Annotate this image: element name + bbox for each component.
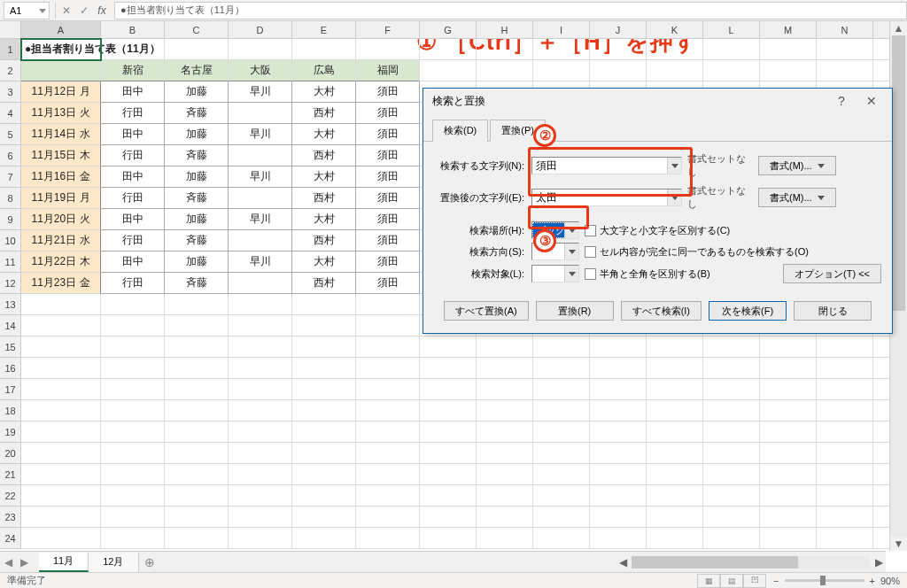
cell-F22[interactable] bbox=[356, 485, 420, 507]
cell-D10[interactable] bbox=[229, 230, 292, 251]
cell-I21[interactable] bbox=[533, 464, 590, 485]
cell-H24[interactable] bbox=[477, 528, 533, 549]
within-dropdown-icon[interactable] bbox=[564, 222, 578, 238]
row-header-8[interactable]: 8 bbox=[0, 188, 21, 209]
find-all-button[interactable]: すべて検索(I) bbox=[621, 301, 702, 321]
cell-F14[interactable] bbox=[356, 315, 420, 337]
cell-K22[interactable] bbox=[647, 485, 703, 507]
cell-M1[interactable] bbox=[760, 39, 817, 60]
cell-L2[interactable] bbox=[703, 60, 760, 81]
cell-G16[interactable] bbox=[420, 358, 477, 379]
cell-B17[interactable] bbox=[101, 379, 165, 400]
cell-K18[interactable] bbox=[647, 400, 703, 422]
cell-G21[interactable] bbox=[420, 464, 477, 485]
cell-A19[interactable] bbox=[21, 422, 101, 443]
cell-J21[interactable] bbox=[590, 464, 647, 485]
cell-B20[interactable] bbox=[101, 443, 165, 464]
cell-D11[interactable]: 早川 bbox=[229, 251, 292, 273]
zoom-out-icon[interactable]: − bbox=[773, 576, 779, 586]
cell-E9[interactable]: 大村 bbox=[292, 209, 356, 230]
cell-E1[interactable] bbox=[292, 39, 356, 60]
row-header-5[interactable]: 5 bbox=[0, 124, 21, 145]
cell-A8[interactable]: 11月19日 月 bbox=[21, 188, 101, 209]
cell-F21[interactable] bbox=[356, 464, 420, 485]
formula-input[interactable]: ●担当者割り当て表（11月） bbox=[114, 2, 907, 19]
cell-F17[interactable] bbox=[356, 379, 420, 400]
cell-F2[interactable]: 福岡 bbox=[356, 60, 420, 81]
cell-F20[interactable] bbox=[356, 443, 420, 464]
cell-C1[interactable] bbox=[165, 39, 229, 60]
cell-K15[interactable] bbox=[647, 337, 703, 358]
cell-A3[interactable]: 11月12日 月 bbox=[21, 81, 101, 103]
cell-K16[interactable] bbox=[647, 358, 703, 379]
match-width-checkbox[interactable]: 半角と全角を区別する(B) bbox=[585, 267, 710, 281]
cell-L19[interactable] bbox=[703, 422, 760, 443]
find-input[interactable]: 須田 bbox=[531, 157, 682, 174]
view-buttons[interactable]: ▦ ▤ 凹 bbox=[697, 574, 766, 588]
cell-A15[interactable] bbox=[21, 337, 101, 358]
cell-M23[interactable] bbox=[760, 507, 817, 528]
col-header-E[interactable]: E bbox=[292, 21, 356, 39]
find-next-button[interactable]: 次を検索(F) bbox=[709, 301, 787, 321]
cell-G18[interactable] bbox=[420, 400, 477, 422]
cell-K19[interactable] bbox=[647, 422, 703, 443]
cell-A20[interactable] bbox=[21, 443, 101, 464]
row-header-21[interactable]: 21 bbox=[0, 464, 21, 485]
cell-D24[interactable] bbox=[229, 528, 292, 549]
cell-M17[interactable] bbox=[760, 379, 817, 400]
close-button[interactable]: 閉じる bbox=[794, 301, 872, 321]
cell-A10[interactable]: 11月21日 水 bbox=[21, 230, 101, 251]
cell-F7[interactable]: 須田 bbox=[356, 166, 420, 188]
cell-F19[interactable] bbox=[356, 422, 420, 443]
cell-B13[interactable] bbox=[101, 294, 165, 315]
cell-B11[interactable]: 田中 bbox=[101, 251, 165, 273]
dialog-titlebar[interactable]: 検索と置換 ? ✕ bbox=[423, 89, 892, 113]
cell-L1[interactable] bbox=[703, 39, 760, 60]
cell-I18[interactable] bbox=[533, 400, 590, 422]
cell-J20[interactable] bbox=[590, 443, 647, 464]
cell-L22[interactable] bbox=[703, 485, 760, 507]
cell-C20[interactable] bbox=[165, 443, 229, 464]
cell-G23[interactable] bbox=[420, 507, 477, 528]
cell-C15[interactable] bbox=[165, 337, 229, 358]
cell-A6[interactable]: 11月15日 木 bbox=[21, 145, 101, 166]
cell-I24[interactable] bbox=[533, 528, 590, 549]
cell-E3[interactable]: 大村 bbox=[292, 81, 356, 103]
cell-D9[interactable]: 早川 bbox=[229, 209, 292, 230]
cell-E2[interactable]: 広島 bbox=[292, 60, 356, 81]
cell-I1[interactable] bbox=[533, 39, 590, 60]
row-header-9[interactable]: 9 bbox=[0, 209, 21, 230]
cell-G17[interactable] bbox=[420, 379, 477, 400]
cell-E8[interactable]: 西村 bbox=[292, 188, 356, 209]
cell-M22[interactable] bbox=[760, 485, 817, 507]
row-header-1[interactable]: 1 bbox=[0, 39, 21, 60]
cell-C4[interactable]: 斉藤 bbox=[165, 103, 229, 124]
cell-H22[interactable] bbox=[477, 485, 533, 507]
fx-icon[interactable]: fx bbox=[93, 2, 111, 19]
replace-dropdown-icon[interactable] bbox=[667, 190, 681, 205]
cell-C23[interactable] bbox=[165, 507, 229, 528]
cell-J19[interactable] bbox=[590, 422, 647, 443]
cell-B18[interactable] bbox=[101, 400, 165, 422]
cell-C18[interactable] bbox=[165, 400, 229, 422]
cell-H1[interactable] bbox=[477, 39, 533, 60]
cell-H23[interactable] bbox=[477, 507, 533, 528]
cell-D15[interactable] bbox=[229, 337, 292, 358]
row-header-22[interactable]: 22 bbox=[0, 485, 21, 507]
match-whole-checkbox[interactable]: セル内容が完全に同一であるものを検索する(O) bbox=[585, 245, 809, 259]
cell-A17[interactable] bbox=[21, 379, 101, 400]
cell-A13[interactable] bbox=[21, 294, 101, 315]
cell-M2[interactable] bbox=[760, 60, 817, 81]
cell-E12[interactable]: 西村 bbox=[292, 273, 356, 294]
cell-C16[interactable] bbox=[165, 358, 229, 379]
hscroll-left-icon[interactable]: ◀ bbox=[616, 555, 630, 569]
cell-C21[interactable] bbox=[165, 464, 229, 485]
cell-N19[interactable] bbox=[817, 422, 873, 443]
view-pagebreak-icon[interactable]: 凹 bbox=[743, 574, 766, 588]
zoom-percent[interactable]: 90% bbox=[880, 576, 900, 586]
sheet-tab-other[interactable]: 12月 bbox=[89, 553, 138, 572]
cell-E10[interactable]: 西村 bbox=[292, 230, 356, 251]
cell-E17[interactable] bbox=[292, 379, 356, 400]
cell-L24[interactable] bbox=[703, 528, 760, 549]
cell-D13[interactable] bbox=[229, 294, 292, 315]
